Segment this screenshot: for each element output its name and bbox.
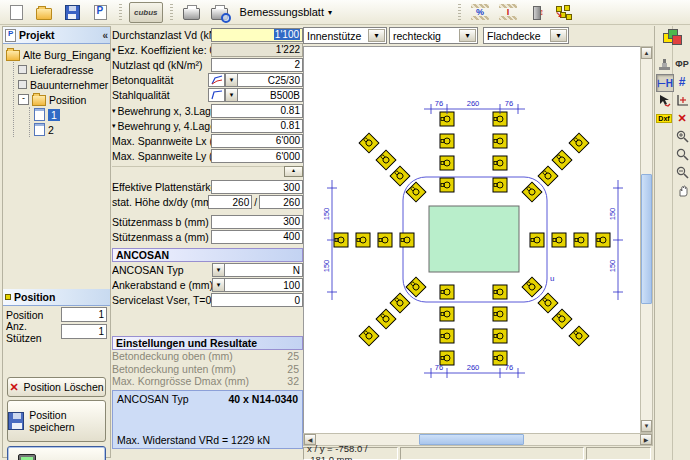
vertical-scroll-thumb[interactable] bbox=[641, 174, 652, 304]
cubus-logo-button[interactable]: cubus bbox=[129, 2, 163, 23]
support-type-combo[interactable]: Innenstütze bbox=[303, 27, 387, 44]
dropdown-marker-icon[interactable]: ▾ bbox=[112, 107, 116, 114]
ancosan-section-header: ANCOSAN bbox=[112, 248, 303, 262]
print-preview-button[interactable] bbox=[208, 2, 232, 22]
leaf-icon bbox=[18, 80, 27, 89]
ancosan-typ-value[interactable]: N bbox=[225, 263, 303, 277]
collapse-node-icon[interactable]: - bbox=[18, 94, 29, 105]
durchstanzlast-label: Durchstanzlast Vd (kN) bbox=[112, 29, 211, 41]
support-type-dropdown-button[interactable] bbox=[368, 29, 385, 42]
stamp-icon bbox=[658, 58, 671, 71]
open-button[interactable] bbox=[32, 2, 56, 22]
spannweite-ly-input[interactable]: 6'000 bbox=[211, 149, 303, 163]
cover-bottom-value: 25 bbox=[287, 363, 303, 375]
reinforcement-ratio-button[interactable]: % bbox=[468, 2, 492, 22]
scroll-up-button[interactable]: ▲ bbox=[641, 47, 652, 59]
tree-root-label: Alte Burg_Eingang bbox=[23, 49, 111, 61]
stuetzenmass-b-input[interactable]: 300 bbox=[211, 215, 303, 229]
servicelast-input[interactable]: 0 bbox=[211, 293, 303, 307]
slab-type-combo[interactable]: Flachdecke bbox=[483, 27, 569, 44]
dropdown-marker-icon[interactable]: ▾ bbox=[112, 122, 116, 129]
layers-icon[interactable] bbox=[663, 29, 685, 47]
plattenstaerke-label: Effektive Plattenstärke heff (mm) bbox=[112, 181, 211, 193]
concrete-curve-button[interactable] bbox=[208, 73, 225, 87]
position-panel-title: Position bbox=[14, 291, 55, 303]
tree-item-lieferadresse[interactable]: Lieferadresse bbox=[18, 62, 110, 77]
calculate-button[interactable]: Berechnen bbox=[7, 446, 106, 460]
zoom-window-button[interactable] bbox=[674, 146, 690, 162]
ancosan-typ-dropdown-button[interactable] bbox=[212, 263, 225, 277]
dxf-export-button[interactable]: Dxf bbox=[656, 110, 672, 126]
durchstanzlast-input[interactable]: 1'100 bbox=[211, 28, 303, 42]
column-count-input[interactable]: 1 bbox=[61, 324, 107, 339]
ankerabstand-value[interactable]: 100 bbox=[225, 278, 303, 292]
scroll-down-button[interactable]: ▼ bbox=[641, 420, 652, 432]
delete-position-button[interactable]: ✕ Position Löschen bbox=[7, 377, 106, 397]
toolbar-grip bbox=[119, 4, 122, 20]
grid-toggle-button[interactable]: # bbox=[674, 74, 690, 90]
status-bar: x / y = -758.0 / -181.0 mm bbox=[303, 447, 653, 460]
delete-element-button[interactable]: ✕ bbox=[674, 110, 690, 126]
stamp-button[interactable] bbox=[656, 56, 672, 72]
bemessungsblatt-label: Bemessungsblatt bbox=[240, 6, 324, 18]
zoom-out-button[interactable] bbox=[674, 164, 690, 180]
print-preview-icon bbox=[211, 8, 228, 20]
tree-folder-position[interactable]: - Position bbox=[18, 92, 110, 107]
zoom-in-button[interactable] bbox=[674, 128, 690, 144]
column-dimensions-button[interactable]: ↕ bbox=[524, 2, 548, 22]
section-view-button[interactable]: ΦΡ bbox=[674, 56, 690, 72]
stat-hoehe-dx-input[interactable]: 260 bbox=[208, 195, 252, 209]
reinforcement-ratio-icon: % bbox=[471, 4, 489, 20]
pan-button[interactable] bbox=[674, 182, 690, 198]
ancosan-typ-label: ANCOSAN Typ bbox=[112, 264, 212, 276]
stat-hoehe-dy-input[interactable]: 260 bbox=[259, 195, 303, 209]
plattenstaerke-input[interactable]: 300 bbox=[211, 180, 303, 194]
dim-bottom-76-right: 76 bbox=[505, 363, 513, 372]
steel-curve-button[interactable] bbox=[208, 88, 225, 102]
new-document-button[interactable] bbox=[4, 2, 28, 22]
tree-position-1[interactable]: 1 bbox=[34, 107, 110, 122]
print-button[interactable] bbox=[180, 2, 204, 22]
result-resistance: Max. Widerstand VRd = 1229 kN bbox=[117, 434, 270, 446]
form-row-stahlqualitaet: Stahlqualität B500B bbox=[112, 88, 303, 103]
betonqualitaet-value[interactable]: C25/30 bbox=[238, 73, 303, 87]
tree-root-project[interactable]: Alte Burg_Eingang bbox=[6, 47, 110, 62]
dimension-display-button[interactable]: ⊢H bbox=[656, 74, 674, 92]
cover-top-value: 25 bbox=[287, 350, 303, 362]
snap-point-button[interactable] bbox=[674, 92, 690, 108]
slab-type-dropdown-button[interactable] bbox=[550, 29, 567, 42]
nutzlast-input[interactable]: 2 bbox=[211, 58, 303, 72]
betonqualitaet-dropdown-button[interactable] bbox=[225, 73, 238, 87]
ankerabstand-dropdown-button[interactable] bbox=[212, 278, 225, 292]
save-button[interactable] bbox=[60, 2, 84, 22]
horizontal-scroll-thumb[interactable] bbox=[419, 434, 524, 445]
vertical-scrollbar[interactable]: ▲ ▼ bbox=[640, 46, 653, 433]
position-number-input[interactable]: 1 bbox=[61, 307, 107, 322]
slab-thickness-button[interactable]: I bbox=[496, 2, 520, 22]
column-shape-combo[interactable]: rechteckig bbox=[389, 27, 478, 44]
tree-position-2[interactable]: 2 bbox=[34, 122, 110, 137]
bemessungsblatt-menu[interactable]: Bemessungsblatt bbox=[236, 4, 336, 20]
project-tree: Alte Burg_Eingang Lieferadresse Bauunter… bbox=[3, 44, 110, 137]
save-position-button[interactable]: Position speichern bbox=[7, 400, 106, 442]
tree-item-bauunternehmer[interactable]: Bauunternehmer bbox=[18, 77, 110, 92]
dropdown-marker-icon[interactable]: ▾ bbox=[112, 46, 116, 53]
qp-icon: ΦΡ bbox=[675, 59, 688, 69]
select-element-button[interactable] bbox=[656, 92, 672, 108]
project-document-button[interactable]: P bbox=[88, 2, 112, 22]
anchor-layout-button[interactable]: ↘ bbox=[552, 2, 576, 22]
spannweite-lx-input[interactable]: 6'000 bbox=[211, 134, 303, 148]
stahlqualitaet-dropdown-button[interactable] bbox=[225, 88, 238, 102]
drawing-canvas[interactable]: u 76 260 76 76 260 76 bbox=[303, 46, 640, 433]
column-shape-dropdown-button[interactable] bbox=[459, 29, 476, 42]
stuetzenmass-a-input[interactable]: 400 bbox=[211, 230, 303, 244]
dim-top-76-left: 76 bbox=[435, 99, 443, 108]
collapse-panel-button[interactable]: « bbox=[102, 30, 108, 41]
bewehrung-x-input[interactable]: 0.81 bbox=[211, 104, 303, 118]
bewehrung-y-input[interactable]: 0.81 bbox=[211, 119, 303, 133]
form-row-stat-hoehe: stat. Höhe dx/dy (mm) 260 / 260 bbox=[112, 195, 303, 210]
stahlqualitaet-value[interactable]: B500B bbox=[238, 88, 303, 102]
scroll-right-button[interactable]: ▶ bbox=[640, 434, 652, 445]
collapse-section-button[interactable]: ▴ bbox=[284, 166, 303, 177]
dim-bottom-76-left: 76 bbox=[435, 363, 443, 372]
